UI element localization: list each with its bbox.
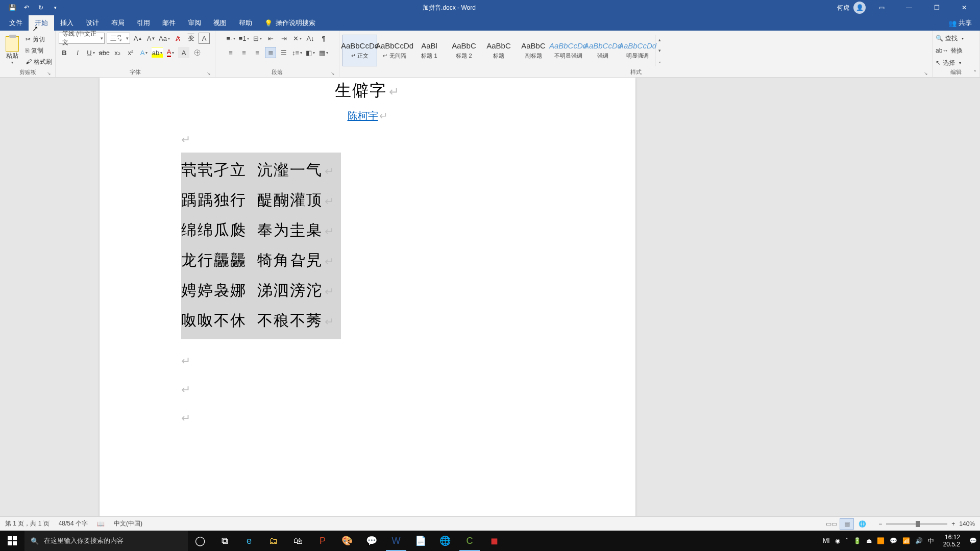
- change-case-button[interactable]: Aa: [159, 33, 170, 44]
- tab-insert[interactable]: 插入: [54, 15, 80, 31]
- qat-menu-icon[interactable]: ▾: [49, 2, 61, 14]
- tab-review[interactable]: 审阅: [182, 15, 207, 31]
- tab-file[interactable]: 文件: [3, 15, 29, 31]
- font-name-combo[interactable]: 等线 (中文正文▾: [59, 33, 105, 44]
- tray-volume-icon[interactable]: 🔊: [915, 537, 923, 544]
- task-view-icon[interactable]: ⧉: [212, 531, 237, 551]
- tray-clock[interactable]: 16:12 20.5.2: [939, 534, 964, 548]
- bold-button[interactable]: B: [59, 47, 70, 58]
- tab-layout[interactable]: 布局: [105, 15, 131, 31]
- font-size-combo[interactable]: 三号▾: [107, 33, 130, 44]
- notepad-icon[interactable]: 📄: [408, 531, 433, 551]
- paste-button[interactable]: 粘贴 ▾: [3, 36, 21, 65]
- multilevel-list-button[interactable]: ⊟: [252, 33, 263, 44]
- style-item[interactable]: AaBbCcDd不明显强调: [551, 35, 585, 66]
- spellcheck-icon[interactable]: 📖: [97, 520, 105, 528]
- justify-button[interactable]: ≣: [265, 47, 276, 58]
- select-button[interactable]: ↖选择▾: [936, 57, 961, 68]
- replace-button[interactable]: ab↔替换: [936, 45, 963, 56]
- text-effects-button[interactable]: A: [138, 47, 150, 58]
- character-border-button[interactable]: A: [199, 33, 210, 44]
- styles-scroll-arrow-icon[interactable]: ▴: [655, 35, 664, 45]
- align-left-button[interactable]: ≡: [225, 47, 236, 58]
- document-page[interactable]: 生僻字↵ 陈柯宇↵ ↵ 茕茕孑立 沆瀣一气↵踽踽独行 醍醐灌顶↵绵绵瓜瓞 奉为圭…: [100, 78, 635, 516]
- styles-scroll-arrow-icon[interactable]: ▾: [655, 45, 664, 56]
- zoom-in-button[interactable]: +: [951, 520, 955, 528]
- undo-icon[interactable]: ↶: [20, 2, 33, 14]
- redo-icon[interactable]: ↻: [35, 2, 47, 14]
- tab-view[interactable]: 视图: [207, 15, 233, 31]
- tell-me-search[interactable]: 💡 操作说明搜索: [258, 15, 315, 31]
- copy-button[interactable]: ⎘复制: [26, 45, 52, 56]
- style-item[interactable]: AaBbCcDd明显强调: [620, 35, 655, 66]
- page-count[interactable]: 第 1 页，共 1 页: [5, 519, 50, 528]
- character-shading-button[interactable]: A: [178, 47, 189, 58]
- read-mode-button[interactable]: ▭▭: [824, 518, 839, 530]
- font-launcher-icon[interactable]: ↘: [207, 71, 211, 76]
- asian-layout-button[interactable]: ✕: [291, 33, 303, 44]
- maximize-button[interactable]: ❐: [925, 0, 948, 15]
- shrink-font-button[interactable]: A▼: [145, 33, 157, 44]
- numbering-button[interactable]: ≡1: [238, 33, 250, 44]
- camtasia-icon[interactable]: C: [457, 531, 482, 551]
- chrome-icon[interactable]: 🌐: [433, 531, 457, 551]
- zoom-out-button[interactable]: −: [878, 520, 882, 528]
- shading-button[interactable]: ◧: [305, 47, 316, 58]
- share-button[interactable]: 👥 共享: [940, 15, 980, 31]
- file-explorer-icon[interactable]: 🗂: [261, 531, 286, 551]
- close-button[interactable]: ✕: [952, 0, 976, 15]
- minimize-button[interactable]: —: [897, 0, 921, 15]
- word-icon[interactable]: W: [384, 531, 408, 551]
- edge-icon[interactable]: e: [237, 531, 261, 551]
- borders-button[interactable]: ▦: [318, 47, 329, 58]
- ribbon-display-icon[interactable]: ▭: [870, 0, 893, 15]
- style-item[interactable]: AaBbCcDd↵ 无间隔: [377, 35, 412, 66]
- tab-help[interactable]: 帮助: [233, 15, 258, 31]
- style-item[interactable]: AaBl标题 1: [412, 35, 447, 66]
- grow-font-button[interactable]: A▲: [132, 33, 143, 44]
- clipboard-launcher-icon[interactable]: ↘: [47, 71, 51, 76]
- print-layout-button[interactable]: ▤: [840, 518, 854, 530]
- font-color-button[interactable]: A: [165, 47, 176, 58]
- phonetic-guide-button[interactable]: 变: [185, 33, 197, 44]
- decrease-indent-button[interactable]: ⇤: [265, 33, 276, 44]
- increase-indent-button[interactable]: ⇥: [278, 33, 289, 44]
- styles-launcher-icon[interactable]: ↘: [924, 71, 928, 76]
- document-area[interactable]: 生僻字↵ 陈柯宇↵ ↵ 茕茕孑立 沆瀣一气↵踽踽独行 醍醐灌顶↵绵绵瓜瓞 奉为圭…: [0, 78, 980, 516]
- styles-more-icon[interactable]: ⌄: [655, 56, 664, 66]
- tab-home[interactable]: 开始: [29, 15, 54, 31]
- zoom-slider[interactable]: [886, 523, 947, 525]
- tray-wifi-icon[interactable]: 📶: [902, 537, 910, 544]
- enclose-characters-button[interactable]: ㊉: [191, 47, 203, 58]
- align-center-button[interactable]: ≡: [238, 47, 250, 58]
- tray-chevron-up-icon[interactable]: ˄: [845, 537, 848, 544]
- tray-usb-icon[interactable]: ⏏: [866, 537, 872, 544]
- action-center-icon[interactable]: 💬: [969, 537, 977, 544]
- tray-mi-icon[interactable]: MI: [823, 537, 829, 544]
- powerpoint-icon[interactable]: P: [310, 531, 335, 551]
- paint-icon[interactable]: 🎨: [335, 531, 359, 551]
- italic-button[interactable]: I: [72, 47, 83, 58]
- cortana-icon[interactable]: ◯: [188, 531, 212, 551]
- author-link[interactable]: 陈柯宇: [348, 110, 378, 121]
- save-icon[interactable]: 💾: [6, 2, 18, 14]
- app-icon[interactable]: ◼: [482, 531, 506, 551]
- tray-app2-icon[interactable]: 🟧: [877, 537, 885, 544]
- format-painter-button[interactable]: 🖌格式刷: [26, 57, 52, 67]
- tray-app-icon[interactable]: ◉: [835, 537, 840, 544]
- taskbar-search[interactable]: 🔍 在这里输入你要搜索的内容: [24, 531, 188, 551]
- bullets-button[interactable]: ≡·: [225, 33, 236, 44]
- language-status[interactable]: 中文(中国): [114, 519, 142, 528]
- show-marks-button[interactable]: ¶: [318, 33, 329, 44]
- user-avatar-icon[interactable]: 👤: [853, 2, 866, 14]
- style-item[interactable]: AaBbC标题: [481, 35, 516, 66]
- store-icon[interactable]: 🛍: [286, 531, 310, 551]
- superscript-button[interactable]: x²: [125, 47, 136, 58]
- tray-battery-icon[interactable]: 🔋: [853, 537, 861, 544]
- tab-references[interactable]: 引用: [131, 15, 156, 31]
- strikethrough-button[interactable]: abc: [99, 47, 110, 58]
- style-item[interactable]: AaBbCcDd强调: [585, 35, 620, 66]
- user-name[interactable]: 何虎: [837, 4, 849, 12]
- web-layout-button[interactable]: 🌐: [855, 518, 869, 530]
- subscript-button[interactable]: x₂: [112, 47, 123, 58]
